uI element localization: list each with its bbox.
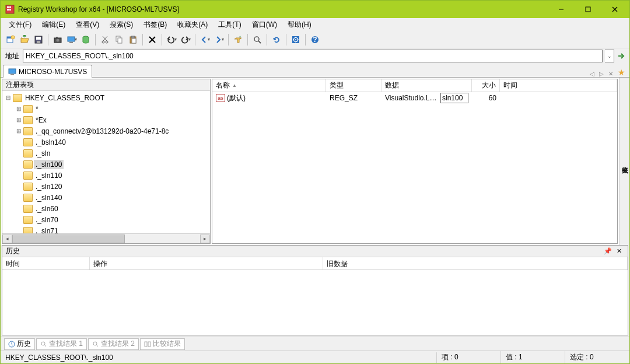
tree-item[interactable]: ⊞._bsln140 (2, 136, 210, 148)
database-button[interactable] (79, 33, 92, 46)
folder-icon (23, 227, 33, 234)
svg-point-21 (102, 41, 104, 43)
tree-toggle-icon[interactable]: ⊟ (5, 94, 12, 101)
tab-compare[interactable]: 比较结果 (140, 338, 185, 350)
menu-file[interactable]: 文件(F) (4, 19, 36, 30)
tree-hscrollbar[interactable]: ◂ ▸ (2, 233, 210, 243)
tree-item[interactable]: ⊞._sln (2, 148, 210, 159)
tree-item[interactable]: ⊞._sln120 (2, 181, 210, 192)
col-data[interactable]: 数据 (382, 79, 472, 92)
minimize-button[interactable] (548, 1, 575, 18)
svg-rect-26 (118, 38, 122, 43)
menu-window[interactable]: 窗口(W) (247, 19, 282, 30)
up-button[interactable] (232, 33, 244, 46)
snapshot-button[interactable] (51, 33, 64, 46)
scroll-left-button[interactable]: ◂ (2, 235, 12, 243)
hist-col-time[interactable]: 时间 (2, 257, 90, 270)
address-input[interactable] (23, 50, 603, 62)
address-dropdown-button[interactable]: ⌄ (605, 50, 614, 62)
menu-view[interactable]: 查看(V) (71, 19, 104, 30)
menu-search[interactable]: 搜索(S) (105, 19, 138, 30)
tree-item[interactable]: ⊞*Ex (2, 114, 210, 125)
redo-button[interactable]: ▾ (179, 33, 192, 46)
copy-button[interactable] (113, 33, 125, 46)
value-data-edit[interactable] (440, 93, 468, 103)
svg-rect-51 (148, 342, 150, 346)
history-title: 历史 (6, 246, 20, 256)
tab-find2[interactable]: 查找结果 2 (88, 338, 139, 350)
folder-icon (23, 172, 33, 180)
tab-close-icon[interactable]: ✕ (606, 71, 615, 77)
go-button[interactable] (617, 51, 626, 61)
tab-find1[interactable]: 查找结果 1 (36, 338, 87, 350)
forward-button[interactable]: ▾ (212, 33, 225, 46)
menu-favorites[interactable]: 收藏夹(A) (173, 19, 212, 30)
tree-toggle-icon[interactable]: ⊞ (15, 128, 22, 134)
refresh-button[interactable] (270, 33, 283, 46)
open-button[interactable] (18, 33, 31, 46)
folder-icon (23, 116, 33, 124)
menu-bookmark[interactable]: 书签(B) (139, 19, 172, 30)
tree-item[interactable]: ⊞._sln70 (2, 214, 210, 225)
tree-item[interactable]: ⊞._sln140 (2, 192, 210, 203)
undo-button[interactable]: ▾ (165, 33, 178, 46)
folder-icon (23, 105, 33, 113)
svg-rect-1 (7, 6, 9, 8)
help-button[interactable]: ? (309, 33, 321, 46)
pin-icon[interactable]: 📌 (601, 247, 614, 255)
tree-item-label: * (34, 104, 40, 114)
svg-line-24 (103, 36, 107, 41)
main-area: 注册表项 ⊟HKEY_CLASSES_ROOT⊞*⊞*Ex⊞._qq_conne… (1, 78, 619, 245)
tab-next-icon[interactable]: ▷ (597, 71, 606, 77)
tree-item[interactable]: ⊞* (2, 103, 210, 114)
scroll-right-button[interactable]: ▸ (200, 235, 210, 243)
col-name[interactable]: 名称▲ (212, 79, 326, 92)
new-window-button[interactable] (4, 33, 17, 46)
settings-button[interactable] (289, 33, 302, 46)
col-time[interactable]: 时间 (500, 79, 617, 92)
paste-button[interactable] (127, 33, 139, 46)
value-row[interactable]: ab (默认) REG_SZ VisualStudio.Launcher. 60 (212, 92, 617, 104)
delete-button[interactable] (146, 33, 159, 46)
statusbar: HKEY_CLASSES_ROOT\._sln100 项 : 0 值 : 1 选… (1, 351, 629, 363)
scroll-thumb[interactable] (12, 235, 125, 243)
window-title: Registry Workshop for x64 - [MICROSO-ML7… (18, 5, 548, 13)
registry-tree[interactable]: ⊟HKEY_CLASSES_ROOT⊞*⊞*Ex⊞._qq_connectv2@… (2, 91, 210, 233)
hist-col-op[interactable]: 操作 (90, 257, 323, 270)
svg-rect-14 (37, 41, 40, 43)
tree-item[interactable]: ⊞._sln110 (2, 170, 210, 181)
col-type[interactable]: 类型 (326, 79, 382, 92)
tree-item-label: ._sln110 (34, 171, 64, 180)
toolbar: ▾ ▾ ▾ ▾ ▾ ? (1, 31, 629, 48)
folder-icon (23, 194, 33, 202)
hist-col-old[interactable]: 旧数据 (323, 257, 628, 270)
tab-machine[interactable]: MICROSO-ML7USVS (3, 65, 92, 78)
save-button[interactable] (32, 33, 45, 46)
folder-icon (23, 127, 33, 135)
col-size[interactable]: 大小 (472, 79, 500, 92)
menu-help[interactable]: 帮助(H) (283, 19, 316, 30)
tab-prev-icon[interactable]: ◁ (587, 71, 597, 77)
tree-item[interactable]: ⊟HKEY_CLASSES_ROOT (2, 92, 210, 103)
tab-history[interactable]: 历史 (4, 338, 35, 350)
menu-edit[interactable]: 编辑(E) (37, 19, 70, 30)
menu-tools[interactable]: 工具(T) (214, 19, 246, 30)
maximize-button[interactable] (575, 1, 601, 18)
find-button[interactable] (251, 33, 264, 46)
tree-item[interactable]: ⊞._sln71 (2, 225, 210, 233)
tree-item[interactable]: ⊞._qq_connectv2@b131292d-0a20-4e71-8c (2, 125, 210, 136)
svg-rect-2 (9, 6, 11, 8)
tree-toggle-icon[interactable]: ⊞ (15, 106, 22, 112)
cut-button[interactable] (99, 33, 111, 46)
close-button[interactable] (601, 1, 628, 18)
tree-item[interactable]: ⊞._sln60 (2, 203, 210, 214)
favorites-star-icon[interactable]: ★ (615, 68, 627, 77)
back-button[interactable]: ▾ (198, 33, 211, 46)
compare-icon (144, 341, 151, 348)
tree-item[interactable]: ⊞._sln100 (2, 159, 210, 170)
local-machine-button[interactable]: ▾ (65, 33, 78, 46)
value-type: REG_SZ (326, 93, 382, 103)
tree-toggle-icon[interactable]: ⊞ (15, 117, 22, 123)
favorites-sidebar[interactable]: 收藏夹 (619, 78, 629, 245)
panel-close-icon[interactable]: ✕ (614, 247, 624, 255)
